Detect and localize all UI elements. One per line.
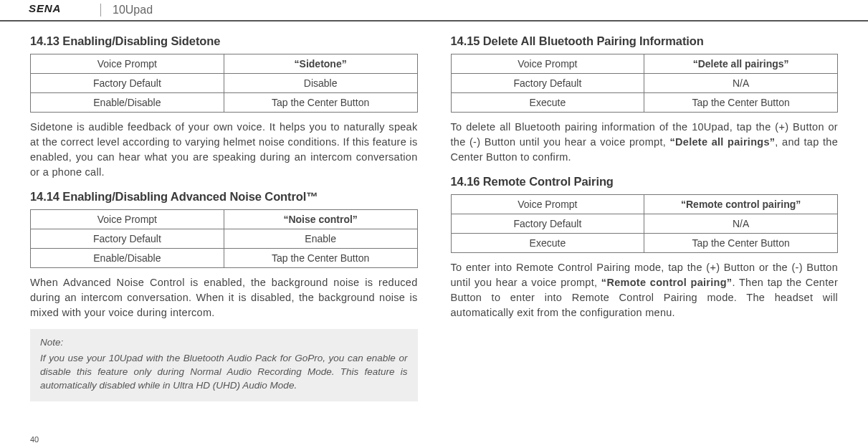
product-name: 10Upad	[113, 4, 153, 16]
cell-value: Tap the Center Button	[644, 234, 838, 253]
cell-label: Voice Prompt	[451, 54, 644, 74]
section-body: To delete all Bluetooth pairing informat…	[451, 120, 839, 165]
brand-logo: SENA	[29, 3, 89, 18]
cell-label: Voice Prompt	[31, 210, 224, 229]
note-body: If you use your 10Upad with the Bluetoot…	[40, 353, 408, 391]
page-content: 14.13 Enabling/Disabling Sidetone Voice …	[0, 22, 868, 411]
header-divider	[100, 4, 101, 16]
note-label: Note:	[40, 336, 408, 350]
cell-value: Enable	[224, 229, 417, 249]
section-title: 14.16 Remote Control Pairing	[451, 175, 839, 189]
cell-label: Factory Default	[451, 214, 644, 234]
cell-value: Tap the Center Button	[224, 249, 417, 268]
cell-value: “Noise control”	[224, 210, 417, 229]
cell-value: “Delete all pairings”	[644, 54, 838, 74]
cell-value: “Remote control pairing”	[644, 195, 838, 214]
section-body: To enter into Remote Control Pairing mod…	[451, 260, 839, 320]
section-14-14: 14.14 Enabling/Disabling Advanced Noise …	[30, 190, 418, 401]
cell-value: N/A	[644, 74, 838, 93]
section-body: Sidetone is audible feedback of your own…	[30, 120, 418, 180]
section-title: 14.15 Delete All Bluetooth Pairing Infor…	[451, 34, 839, 48]
settings-table: Voice Prompt “Remote control pairing” Fa…	[451, 194, 839, 253]
cell-value: Tap the Center Button	[644, 93, 838, 113]
settings-table: Voice Prompt “Noise control” Factory Def…	[30, 209, 418, 268]
section-title: 14.14 Enabling/Disabling Advanced Noise …	[30, 190, 418, 204]
section-14-15: 14.15 Delete All Bluetooth Pairing Infor…	[451, 34, 839, 165]
cell-value: N/A	[644, 214, 838, 234]
cell-label: Enable/Disable	[31, 249, 224, 268]
settings-table: Voice Prompt “Delete all pairings” Facto…	[451, 54, 839, 113]
cell-value: Disable	[224, 74, 417, 93]
note-box: Note: If you use your 10Upad with the Bl…	[30, 329, 418, 401]
cell-label: Voice Prompt	[31, 54, 224, 74]
right-column: 14.15 Delete All Bluetooth Pairing Infor…	[451, 34, 839, 411]
cell-label: Execute	[451, 93, 644, 113]
section-14-13: 14.13 Enabling/Disabling Sidetone Voice …	[30, 34, 418, 180]
left-column: 14.13 Enabling/Disabling Sidetone Voice …	[30, 34, 418, 411]
cell-value: “Sidetone”	[224, 54, 417, 74]
body-bold: “Remote control pairing”	[601, 277, 733, 288]
cell-label: Factory Default	[451, 74, 644, 93]
svg-text:SENA: SENA	[29, 3, 61, 14]
section-14-16: 14.16 Remote Control Pairing Voice Promp…	[451, 175, 839, 320]
cell-label: Factory Default	[31, 229, 224, 249]
cell-label: Execute	[451, 234, 644, 253]
cell-label: Factory Default	[31, 74, 224, 93]
body-bold: “Delete all pairings”	[669, 136, 775, 148]
cell-label: Voice Prompt	[451, 195, 644, 214]
page-number: 40	[30, 435, 39, 444]
cell-label: Enable/Disable	[31, 93, 224, 113]
cell-value: Tap the Center Button	[224, 93, 417, 113]
section-body: When Advanced Noise Control is enabled, …	[30, 275, 418, 320]
section-title: 14.13 Enabling/Disabling Sidetone	[30, 34, 418, 48]
settings-table: Voice Prompt “Sidetone” Factory Default …	[30, 54, 418, 113]
page-header: SENA 10Upad	[0, 0, 868, 22]
